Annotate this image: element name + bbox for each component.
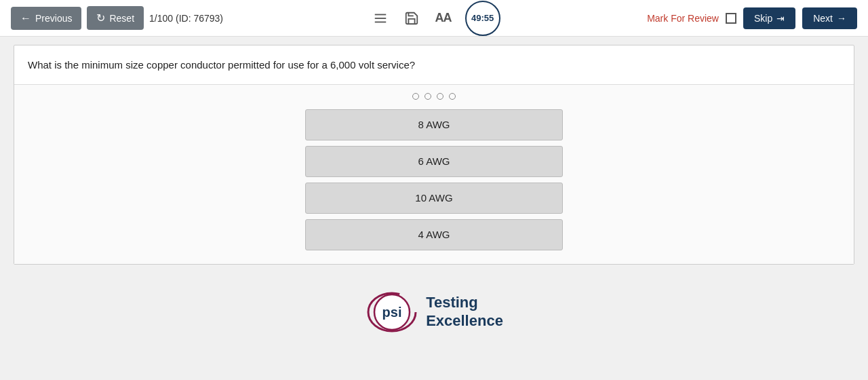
footer: psi Testing Excellence [0,273,868,347]
question-text-area: What is the minimum size copper conducto… [14,45,854,85]
brand-text: Testing Excellence [426,294,503,330]
answer-option-c[interactable]: 10 AWG [305,183,563,214]
svg-text:psi: psi [382,305,402,320]
main-content: What is the minimum size copper conducto… [0,37,868,273]
toolbar-left-group: ← Previous ↻ Reset 1/100 (ID: 76793) [11,6,223,30]
next-label: Next [813,13,833,24]
toolbar-right-group: Mark For Review Skip ⇥ Next → [647,7,857,29]
answer-option-a[interactable]: 8 AWG [305,109,563,140]
reset-icon: ↻ [96,12,105,24]
question-card: What is the minimum size copper conducto… [14,45,854,265]
save-icon [404,11,419,26]
answer-label-c: 10 AWG [415,192,452,204]
save-icon-button[interactable] [401,8,422,28]
timer-display: 49:55 [465,1,500,36]
previous-button[interactable]: ← Previous [11,7,81,30]
answer-option-b[interactable]: 6 AWG [305,146,563,177]
answer-label-a: 8 AWG [418,119,450,130]
fontsize-icon-button[interactable]: AA [433,8,454,28]
answer-label-b: 6 AWG [418,155,450,167]
toolbar: ← Previous ↻ Reset 1/100 (ID: 76793) AA [0,0,868,37]
fontsize-icon: AA [435,11,452,25]
prev-arrow-icon: ← [20,12,31,24]
psi-circle-logo: psi [365,285,419,339]
list-icon [373,11,388,26]
skip-label: Skip [754,13,772,24]
answers-area: 8 AWG 6 AWG 10 AWG 4 AWG [14,85,854,264]
skip-button[interactable]: Skip ⇥ [743,7,795,29]
toolbar-center-group: AA 49:55 [229,1,642,36]
next-button[interactable]: Next → [802,7,857,29]
dot-3 [437,93,443,100]
reset-label: Reset [109,13,134,24]
dot-1 [412,93,419,100]
brand-line1: Testing [426,294,503,311]
brand-line2: Excellence [426,312,503,330]
mark-for-review-label[interactable]: Mark For Review [647,13,719,24]
list-icon-button[interactable] [370,8,391,28]
previous-label: Previous [35,13,72,24]
next-arrow-icon: → [837,13,846,24]
psi-logo: psi Testing Excellence [365,285,503,339]
answer-option-d[interactable]: 4 AWG [305,219,563,250]
dot-2 [425,93,431,100]
answer-label-d: 4 AWG [418,229,450,240]
reset-button[interactable]: ↻ Reset [87,6,144,30]
progress-dots [25,93,843,100]
mark-for-review-checkbox[interactable] [726,13,736,24]
answer-options: 8 AWG 6 AWG 10 AWG 4 AWG [25,109,843,250]
question-counter: 1/100 (ID: 76793) [149,13,223,24]
skip-arrow-icon: ⇥ [776,13,785,24]
dot-4 [449,93,456,100]
question-text: What is the minimum size copper conducto… [28,59,415,71]
